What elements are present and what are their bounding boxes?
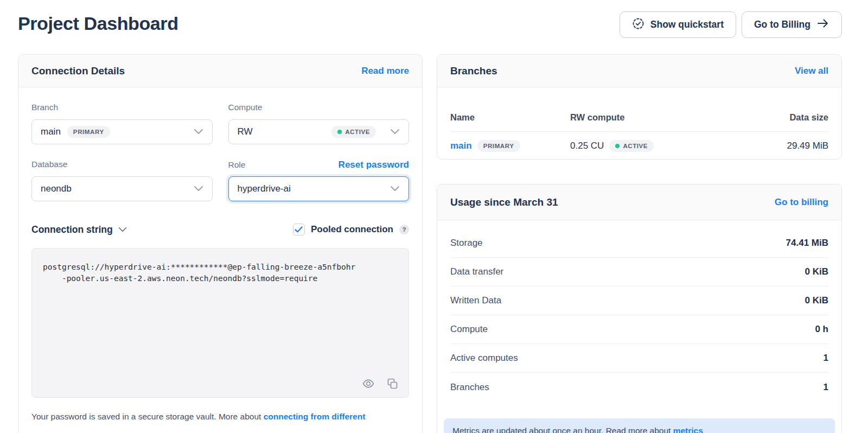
reset-password-link[interactable]: Reset password xyxy=(339,160,409,170)
page-title: Project Dashboard xyxy=(18,13,178,34)
branch-label: Branch xyxy=(31,103,58,112)
active-badge: ACTIVE xyxy=(331,126,376,138)
compute-value: RW xyxy=(238,126,253,137)
chevron-down-icon xyxy=(194,183,203,194)
chevron-down-icon xyxy=(390,183,400,194)
eye-icon xyxy=(362,377,375,390)
go-to-billing-label: Go to Billing xyxy=(754,19,810,30)
active-badge: ACTIVE xyxy=(609,140,654,152)
pooled-connection-label: Pooled connection xyxy=(311,224,393,235)
primary-badge: PRIMARY xyxy=(477,140,520,152)
connection-string-line2: -pooler.us-east-2.aws.neon.tech/neondb?s… xyxy=(43,273,398,284)
role-select[interactable]: hyperdrive-ai xyxy=(228,176,410,201)
copy-button[interactable] xyxy=(386,377,399,390)
chevron-down-icon xyxy=(194,126,203,137)
column-name: Name xyxy=(450,112,570,123)
show-quickstart-button[interactable]: Show quickstart xyxy=(620,11,736,38)
column-rw-compute: RW compute xyxy=(570,112,722,123)
usage-card: Usage since March 31 Go to billing Stora… xyxy=(437,184,842,433)
go-to-billing-link[interactable]: Go to billing xyxy=(775,197,828,208)
branch-field: Branch main PRIMARY xyxy=(31,103,213,144)
connection-details-header: Connection Details Read more xyxy=(18,55,422,87)
read-more-link[interactable]: Read more xyxy=(361,66,409,77)
reveal-password-button[interactable] xyxy=(362,377,375,390)
chevron-down-icon xyxy=(390,126,400,137)
connection-string-box[interactable]: postgresql://hyperdrive-ai:************@… xyxy=(31,248,409,398)
branch-main-link[interactable]: main xyxy=(450,141,472,151)
active-badge-label: ACTIVE xyxy=(623,143,648,149)
copy-icon xyxy=(386,377,399,390)
database-select[interactable]: neondb xyxy=(31,176,213,201)
connecting-from-different-link[interactable]: connecting from different xyxy=(264,412,366,421)
compute-select[interactable]: RW ACTIVE xyxy=(228,119,410,144)
usage-row-branches: Branches 1 xyxy=(450,373,828,402)
connection-details-body: Branch main PRIMARY Compute RW ACTIVE xyxy=(18,87,422,433)
branch-select[interactable]: main PRIMARY xyxy=(31,119,213,144)
usage-row-written-data: Written Data 0 KiB xyxy=(450,286,828,315)
usage-row-data-transfer: Data transfer 0 KiB xyxy=(450,258,828,286)
column-data-size: Data size xyxy=(722,112,828,123)
branches-table: Name RW compute Data size main PRIMARY 0… xyxy=(437,104,841,160)
metrics-note: Metrics are updated about once an hour. … xyxy=(444,418,835,433)
usage-row-compute: Compute 0 h xyxy=(450,315,828,344)
view-all-link[interactable]: View all xyxy=(795,66,828,77)
database-value: neondb xyxy=(41,183,72,194)
header-actions: Show quickstart Go to Billing xyxy=(620,11,842,38)
check-icon xyxy=(295,226,303,233)
connection-details-card: Connection Details Read more Branch main… xyxy=(18,54,423,433)
password-vault-note: Your password is saved in a secure stora… xyxy=(31,412,409,422)
role-field: Role Reset password hyperdrive-ai xyxy=(228,160,410,201)
usage-header: Usage since March 31 Go to billing xyxy=(437,184,841,220)
branch-compute-value: 0.25 CU xyxy=(570,141,604,151)
status-dot-icon xyxy=(337,130,342,134)
usage-rows: Storage 74.41 MiB Data transfer 0 KiB Wr… xyxy=(437,220,841,402)
connection-string-toggle[interactable]: Connection string xyxy=(31,224,127,235)
database-label: Database xyxy=(31,160,67,169)
metrics-link[interactable]: metrics xyxy=(673,426,703,433)
connection-string-label: Connection string xyxy=(31,224,113,235)
role-label: Role xyxy=(228,160,246,170)
arrow-right-icon xyxy=(816,18,829,31)
branch-table-row[interactable]: main PRIMARY 0.25 CU ACTIVE 29.49 MiB xyxy=(450,132,828,160)
pooled-connection-checkbox[interactable] xyxy=(293,224,305,235)
pooled-connection-control: Pooled connection ? xyxy=(293,224,409,235)
help-icon[interactable]: ? xyxy=(399,225,409,234)
go-to-billing-button[interactable]: Go to Billing xyxy=(742,11,842,38)
password-vault-text: Your password is saved in a secure stora… xyxy=(31,412,264,421)
branches-card: Branches View all Name RW compute Data s… xyxy=(437,54,842,160)
status-dot-icon xyxy=(615,144,620,148)
branches-title: Branches xyxy=(450,65,497,77)
active-badge-label: ACTIVE xyxy=(345,129,370,135)
usage-title: Usage since March 31 xyxy=(450,196,558,208)
connection-string-line1: postgresql://hyperdrive-ai:************@… xyxy=(43,262,398,273)
branch-data-size: 29.49 MiB xyxy=(722,141,828,151)
branches-header: Branches View all xyxy=(437,55,841,87)
metrics-note-text: Metrics are updated about once an hour. … xyxy=(452,426,673,433)
database-field: Database neondb xyxy=(31,160,213,201)
connection-details-title: Connection Details xyxy=(31,65,125,77)
role-value: hyperdrive-ai xyxy=(238,183,291,194)
show-quickstart-label: Show quickstart xyxy=(650,19,724,30)
primary-badge: PRIMARY xyxy=(67,126,110,138)
usage-row-active-computes: Active computes 1 xyxy=(450,344,828,373)
compute-field: Compute RW ACTIVE xyxy=(228,103,410,144)
usage-row-storage: Storage 74.41 MiB xyxy=(450,229,828,258)
chevron-down-icon xyxy=(118,227,127,232)
branch-value: main xyxy=(41,126,61,137)
compute-label: Compute xyxy=(228,103,263,112)
branches-table-header: Name RW compute Data size xyxy=(450,104,828,132)
dashed-circle-check-icon xyxy=(632,17,644,33)
